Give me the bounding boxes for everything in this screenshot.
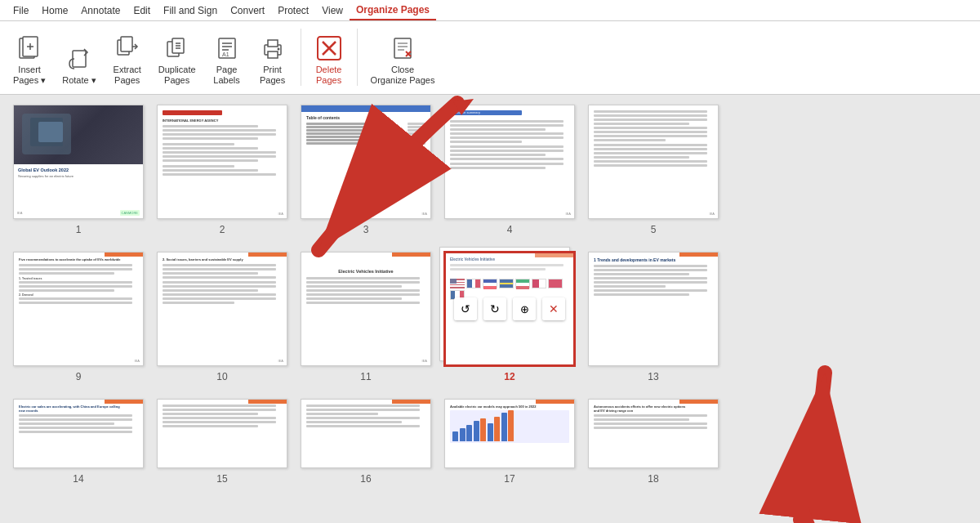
print-pages-label: PrintPages [260,65,285,86]
svg-rect-4 [73,51,86,67]
page-labels-label: PageLabels [213,65,239,86]
page-thumb-10[interactable]: 2. Social issues, barriers and sustainab… [157,252,287,382]
page-thumbnail-1: Global EV Outlook 2022 Securing supplies… [13,105,144,219]
close-organize-button[interactable]: CloseOrganize Pages [364,25,442,89]
zoom-in-icon[interactable]: ⊕ [513,297,536,320]
print-icon [258,34,287,63]
page-thumb-2[interactable]: INTERNATIONAL ENERGY AGENCY [157,105,287,235]
svg-point-21 [277,47,279,50]
page-thumbnail-15 [157,399,287,468]
ribbon: InsertPages ▾ Rotate ▾ ExtractPages [0,21,980,95]
svg-rect-20 [268,40,278,47]
page-thumbnail-11: Electric Vehicles Initiative IEA [301,252,431,366]
pages-row-1: Global EV Outlook 2022 Securing supplies… [13,105,967,235]
page-thumb-4[interactable]: Executive summary [444,105,575,235]
menu-edit[interactable]: Edit [127,2,157,20]
page-number-3: 3 [363,224,369,235]
rotate-icon [65,44,94,74]
delete-pages-button[interactable]: DeletePages [308,25,350,89]
extract-icon [113,34,142,63]
rotate-label: Rotate ▾ [62,75,96,86]
page-number-10: 10 [216,371,227,382]
svg-text:A1: A1 [222,51,229,57]
duplicate-pages-label: DuplicatePages [158,65,196,86]
page-thumbnail-5: IEA [588,105,719,219]
extract-pages-label: ExtractPages [114,65,141,86]
ribbon-divider [301,29,301,86]
page-number-12: 12 [504,371,514,382]
page-thumb-1[interactable]: Global EV Outlook 2022 Securing supplies… [13,105,144,235]
extract-pages-button[interactable]: ExtractPages [106,25,149,89]
labels-icon: A1 [212,34,242,63]
page-thumb-11[interactable]: Electric Vehicles Initiative IEA 11 [301,252,431,382]
page-thumbnail-9: Five recommendations to accelerate the u… [13,252,144,366]
page-thumb-18[interactable]: Autonomous accidents efforts to offer ne… [588,399,719,485]
pages-row-3: Electric car sales are accelerating, wit… [13,399,967,485]
close-icon [388,34,417,63]
page-number-4: 4 [507,224,513,235]
menu-annotate[interactable]: Annotate [74,2,127,20]
rotate-left-icon[interactable]: ↺ [454,297,477,320]
close-organize-label: CloseOrganize Pages [371,65,435,86]
rotate-right-icon[interactable]: ↻ [483,297,506,320]
insert-pages-button[interactable]: InsertPages ▾ [7,25,52,89]
page-number-1: 1 [76,224,82,235]
menu-home[interactable]: Home [35,2,74,20]
svg-rect-6 [121,37,132,51]
rotate-button[interactable]: Rotate ▾ [56,25,102,89]
page-number-9: 9 [76,371,82,382]
page-thumbnail-14: Electric car sales are accelerating, wit… [13,399,144,468]
menu-view[interactable]: View [315,2,350,20]
page-thumb-14[interactable]: Electric car sales are accelerating, wit… [13,399,144,485]
page-thumb-9[interactable]: Five recommendations to accelerate the u… [13,252,144,382]
menu-organize-pages[interactable]: Organize Pages [350,1,436,20]
insert-icon [15,34,44,63]
page-labels-button[interactable]: A1 PageLabels [206,25,248,89]
page-number-15: 15 [216,473,227,485]
duplicate-icon [163,34,192,63]
page-number-14: 14 [73,473,83,485]
page-thumbnail-4: Executive summary [444,105,575,219]
menu-convert[interactable]: Convert [224,2,271,20]
page-number-11: 11 [360,371,371,382]
pages-content-area: Global EV Outlook 2022 Securing supplies… [0,95,980,523]
page-thumbnail-13: 1 Trends and developments in EV markets [588,252,719,366]
delete-page-icon[interactable]: ✕ [542,297,565,320]
page-number-16: 16 [360,473,371,485]
page-number-18: 18 [648,473,658,485]
delete-pages-label: DeletePages [316,65,342,86]
menubar: File Home Annotate Edit Fill and Sign Co… [0,0,980,21]
page-number-5: 5 [651,224,657,235]
svg-rect-19 [268,51,278,58]
page-thumb-16[interactable]: 16 [301,399,431,485]
menu-file[interactable]: File [7,2,35,20]
insert-pages-label: InsertPages ▾ [13,65,46,86]
duplicate-pages-button[interactable]: DuplicatePages [152,25,203,89]
page-thumb-17[interactable]: Available electric car models may approa… [444,399,575,485]
page-thumbnail-10: 2. Social issues, barriers and sustainab… [157,252,287,366]
menu-fill-sign[interactable]: Fill and Sign [157,2,224,20]
page-thumbnail-18: Autonomous accidents efforts to offer ne… [588,399,719,468]
page-thumbnail-12: Electric Vehicles Initiative [444,252,575,366]
page-thumbnail-2: INTERNATIONAL ENERGY AGENCY [157,105,287,219]
delete-icon [314,34,344,63]
ribbon-divider-2 [357,29,358,86]
page-12-overlay: ↺ ↻ ⊕ ✕ [446,253,573,364]
print-pages-button[interactable]: PrintPages [252,25,294,89]
menu-protect[interactable]: Protect [271,2,315,20]
pages-row-2: Five recommendations to accelerate the u… [13,252,967,382]
page-thumbnail-16 [301,399,431,468]
page-thumb-5[interactable]: IEA 5 [588,105,719,235]
page-thumb-13[interactable]: 1 Trends and developments in EV markets [588,252,719,382]
page-number-2: 2 [220,224,225,235]
page-thumb-3[interactable]: Table of contents [301,105,431,235]
page-thumbnail-3: Table of contents [301,105,431,219]
page-number-13: 13 [648,371,658,382]
page-thumbnail-17: Available electric car models may approa… [444,399,575,468]
page-thumb-12[interactable]: Electric Vehicles Initiative [444,252,575,382]
page-number-17: 17 [504,473,514,485]
page-thumb-15[interactable]: 15 [157,399,287,485]
